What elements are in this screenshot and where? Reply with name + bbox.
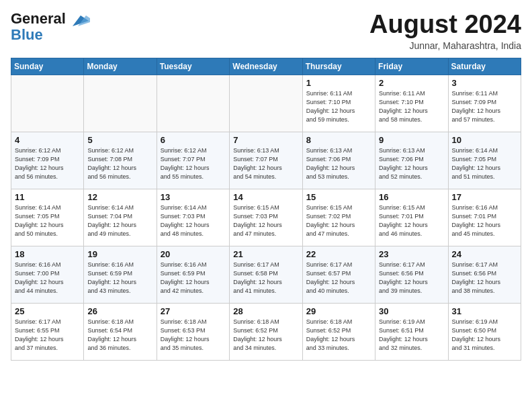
weekday-header-row: SundayMondayTuesdayWednesdayThursdayFrid…: [11, 58, 521, 75]
day-number: 29: [306, 306, 371, 316]
calendar-cell: 24Sunrise: 6:17 AM Sunset: 6:56 PM Dayli…: [448, 246, 521, 303]
day-info: Sunrise: 6:14 AM Sunset: 7:04 PM Dayligh…: [87, 203, 152, 238]
day-number: 9: [379, 135, 444, 145]
calendar-week-2: 4Sunrise: 6:12 AM Sunset: 7:09 PM Daylig…: [11, 132, 521, 189]
day-number: 22: [306, 249, 371, 259]
calendar-cell: 17Sunrise: 6:16 AM Sunset: 7:01 PM Dayli…: [448, 189, 521, 246]
calendar-cell: [230, 75, 302, 132]
weekday-header-tuesday: Tuesday: [157, 58, 229, 75]
page-header: General Blue August 2024 Junnar, Maharas…: [11, 11, 521, 51]
calendar-cell: 21Sunrise: 6:17 AM Sunset: 6:58 PM Dayli…: [230, 246, 302, 303]
day-info: Sunrise: 6:18 AM Sunset: 6:54 PM Dayligh…: [87, 318, 152, 353]
day-info: Sunrise: 6:17 AM Sunset: 6:55 PM Dayligh…: [15, 318, 80, 353]
day-info: Sunrise: 6:13 AM Sunset: 7:06 PM Dayligh…: [306, 146, 371, 181]
day-number: 11: [15, 192, 80, 202]
calendar-cell: 12Sunrise: 6:14 AM Sunset: 7:04 PM Dayli…: [84, 189, 157, 246]
calendar-cell: 30Sunrise: 6:19 AM Sunset: 6:51 PM Dayli…: [375, 303, 448, 360]
weekday-header-monday: Monday: [84, 58, 157, 75]
calendar-cell: 11Sunrise: 6:14 AM Sunset: 7:05 PM Dayli…: [11, 189, 84, 246]
calendar-cell: 13Sunrise: 6:14 AM Sunset: 7:03 PM Dayli…: [157, 189, 229, 246]
day-info: Sunrise: 6:15 AM Sunset: 7:03 PM Dayligh…: [233, 203, 298, 238]
calendar-cell: 14Sunrise: 6:15 AM Sunset: 7:03 PM Dayli…: [230, 189, 302, 246]
day-number: 14: [233, 192, 298, 202]
calendar-cell: 22Sunrise: 6:17 AM Sunset: 6:57 PM Dayli…: [302, 246, 375, 303]
day-info: Sunrise: 6:13 AM Sunset: 7:07 PM Dayligh…: [233, 146, 298, 181]
calendar-cell: [84, 75, 157, 132]
day-number: 31: [452, 306, 517, 316]
day-number: 26: [87, 306, 152, 316]
calendar-cell: 28Sunrise: 6:18 AM Sunset: 6:52 PM Dayli…: [230, 303, 302, 360]
day-number: 28: [233, 306, 298, 316]
day-number: 5: [87, 135, 152, 145]
calendar-week-4: 18Sunrise: 6:16 AM Sunset: 7:00 PM Dayli…: [11, 246, 521, 303]
day-number: 4: [15, 135, 80, 145]
day-number: 21: [233, 249, 298, 259]
day-number: 10: [452, 135, 517, 145]
day-number: 1: [306, 78, 371, 88]
month-title: August 2024: [369, 11, 521, 39]
day-info: Sunrise: 6:14 AM Sunset: 7:03 PM Dayligh…: [161, 203, 226, 238]
day-info: Sunrise: 6:18 AM Sunset: 6:52 PM Dayligh…: [306, 318, 371, 353]
calendar-cell: 9Sunrise: 6:13 AM Sunset: 7:06 PM Daylig…: [375, 132, 448, 189]
calendar-cell: 10Sunrise: 6:14 AM Sunset: 7:05 PM Dayli…: [448, 132, 521, 189]
weekday-header-sunday: Sunday: [11, 58, 84, 75]
calendar-cell: 3Sunrise: 6:11 AM Sunset: 7:09 PM Daylig…: [448, 75, 521, 132]
day-info: Sunrise: 6:19 AM Sunset: 6:51 PM Dayligh…: [379, 318, 444, 353]
day-info: Sunrise: 6:12 AM Sunset: 7:09 PM Dayligh…: [15, 146, 80, 181]
calendar-cell: 4Sunrise: 6:12 AM Sunset: 7:09 PM Daylig…: [11, 132, 84, 189]
logo-icon: [69, 11, 90, 30]
day-number: 27: [161, 306, 226, 316]
day-info: Sunrise: 6:16 AM Sunset: 7:00 PM Dayligh…: [15, 261, 80, 295]
day-number: 24: [452, 249, 517, 259]
day-number: 13: [161, 192, 226, 202]
day-number: 17: [452, 192, 517, 202]
day-info: Sunrise: 6:14 AM Sunset: 7:05 PM Dayligh…: [15, 203, 80, 238]
day-number: 30: [379, 306, 444, 316]
day-info: Sunrise: 6:14 AM Sunset: 7:05 PM Dayligh…: [452, 146, 517, 181]
day-number: 7: [233, 135, 298, 145]
calendar-cell: 19Sunrise: 6:16 AM Sunset: 6:59 PM Dayli…: [84, 246, 157, 303]
calendar-cell: 15Sunrise: 6:15 AM Sunset: 7:02 PM Dayli…: [302, 189, 375, 246]
day-info: Sunrise: 6:17 AM Sunset: 6:58 PM Dayligh…: [233, 261, 298, 295]
day-number: 18: [15, 249, 80, 259]
day-number: 6: [161, 135, 226, 145]
calendar-week-1: 1Sunrise: 6:11 AM Sunset: 7:10 PM Daylig…: [11, 75, 521, 132]
day-info: Sunrise: 6:19 AM Sunset: 6:50 PM Dayligh…: [452, 318, 517, 353]
day-info: Sunrise: 6:11 AM Sunset: 7:09 PM Dayligh…: [452, 89, 517, 124]
day-info: Sunrise: 6:17 AM Sunset: 6:57 PM Dayligh…: [306, 261, 371, 295]
weekday-header-friday: Friday: [375, 58, 448, 75]
weekday-header-wednesday: Wednesday: [230, 58, 302, 75]
calendar-cell: 8Sunrise: 6:13 AM Sunset: 7:06 PM Daylig…: [302, 132, 375, 189]
day-number: 16: [379, 192, 444, 202]
calendar-cell: [11, 75, 84, 132]
location-subtitle: Junnar, Maharashtra, India: [369, 40, 521, 51]
calendar-table: SundayMondayTuesdayWednesdayThursdayFrid…: [11, 58, 521, 361]
calendar-cell: [157, 75, 229, 132]
day-info: Sunrise: 6:12 AM Sunset: 7:08 PM Dayligh…: [87, 146, 152, 181]
day-number: 20: [161, 249, 226, 259]
day-number: 19: [87, 249, 152, 259]
logo-text: General Blue: [11, 11, 66, 43]
calendar-cell: 20Sunrise: 6:16 AM Sunset: 6:59 PM Dayli…: [157, 246, 229, 303]
logo: General Blue: [11, 11, 90, 43]
calendar-cell: 1Sunrise: 6:11 AM Sunset: 7:10 PM Daylig…: [302, 75, 375, 132]
day-number: 12: [87, 192, 152, 202]
calendar-cell: 7Sunrise: 6:13 AM Sunset: 7:07 PM Daylig…: [230, 132, 302, 189]
calendar-week-5: 25Sunrise: 6:17 AM Sunset: 6:55 PM Dayli…: [11, 303, 521, 360]
day-info: Sunrise: 6:18 AM Sunset: 6:53 PM Dayligh…: [161, 318, 226, 353]
calendar-cell: 18Sunrise: 6:16 AM Sunset: 7:00 PM Dayli…: [11, 246, 84, 303]
day-info: Sunrise: 6:18 AM Sunset: 6:52 PM Dayligh…: [233, 318, 298, 353]
day-number: 3: [452, 78, 517, 88]
calendar-cell: 26Sunrise: 6:18 AM Sunset: 6:54 PM Dayli…: [84, 303, 157, 360]
day-info: Sunrise: 6:15 AM Sunset: 7:01 PM Dayligh…: [379, 203, 444, 238]
calendar-cell: 25Sunrise: 6:17 AM Sunset: 6:55 PM Dayli…: [11, 303, 84, 360]
day-info: Sunrise: 6:16 AM Sunset: 6:59 PM Dayligh…: [161, 261, 226, 295]
calendar-cell: 2Sunrise: 6:11 AM Sunset: 7:10 PM Daylig…: [375, 75, 448, 132]
day-info: Sunrise: 6:17 AM Sunset: 6:56 PM Dayligh…: [452, 261, 517, 295]
title-block: August 2024 Junnar, Maharashtra, India: [369, 11, 521, 51]
day-info: Sunrise: 6:12 AM Sunset: 7:07 PM Dayligh…: [161, 146, 226, 181]
calendar-cell: 16Sunrise: 6:15 AM Sunset: 7:01 PM Dayli…: [375, 189, 448, 246]
weekday-header-saturday: Saturday: [448, 58, 521, 75]
day-number: 8: [306, 135, 371, 145]
day-number: 23: [379, 249, 444, 259]
